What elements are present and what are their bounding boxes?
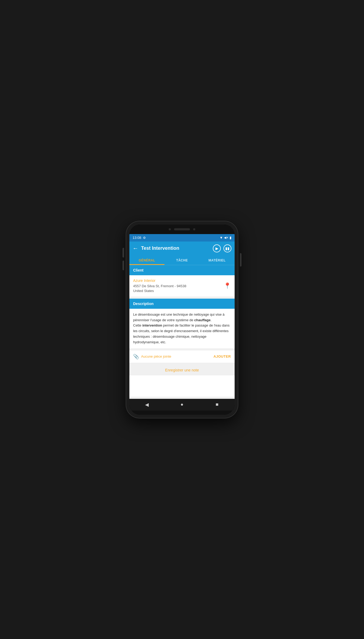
description-text: Le désembouage est une technique de nett… — [133, 312, 231, 345]
signal-icon: ◀✕ — [224, 236, 228, 239]
attachment-bar: 📎 Aucune pièce jointe AJOUTER — [129, 350, 235, 363]
client-header: Client — [129, 265, 235, 275]
client-name[interactable]: Azure Interior — [133, 278, 186, 283]
client-address-line2: United States — [133, 289, 186, 293]
client-header-label: Client — [133, 268, 143, 272]
paperclip-icon: 📎 — [133, 354, 139, 359]
add-attachment-button[interactable]: AJOUTER — [213, 354, 231, 358]
tab-tache[interactable]: TÂCHE — [164, 255, 200, 265]
description-header: Description — [129, 299, 235, 309]
nav-back-button[interactable]: ◀ — [142, 399, 152, 410]
wifi-icon: ▼ — [219, 236, 223, 240]
note-section: Enregistrer une note — [129, 365, 235, 397]
description-body: Le désembouage est une technique de nett… — [129, 309, 235, 348]
settings-icon: ⚙ — [143, 236, 146, 240]
client-body: Azure Interior 4557 De Silva St, Fremont… — [129, 275, 235, 297]
play-icon: ▶ — [215, 246, 218, 251]
bottom-nav: ◀ ● ■ — [129, 399, 235, 411]
app-bar-actions: ▶ ▮▮ — [213, 244, 231, 252]
nav-home-icon: ● — [181, 402, 184, 407]
phone-top-bar — [129, 225, 235, 234]
note-input-area[interactable] — [129, 375, 235, 397]
tab-materiel[interactable]: MATÉRIEL — [200, 255, 235, 265]
tabs-bar: GÉNÉRAL TÂCHE MATÉRIEL — [129, 255, 235, 265]
battery-icon: ▮ — [230, 236, 231, 240]
location-pin-icon[interactable]: 📍 — [224, 282, 231, 289]
client-address-line1: 4557 De Silva St, Fremont - 94538 — [133, 284, 186, 289]
status-bar: 13:08 ⚙ ▼ ◀✕ ▮ — [129, 234, 235, 242]
attachment-left: 📎 Aucune pièce jointe — [133, 354, 171, 359]
status-time: 13:08 — [133, 236, 141, 240]
description-header-label: Description — [133, 302, 154, 306]
pause-button[interactable]: ▮▮ — [223, 244, 231, 252]
nav-back-icon: ◀ — [145, 402, 149, 408]
pause-icon: ▮▮ — [225, 246, 230, 251]
nav-recents-button[interactable]: ■ — [212, 399, 222, 410]
play-button[interactable]: ▶ — [213, 244, 221, 252]
note-placeholder[interactable]: Enregistrer une note — [129, 365, 235, 375]
sensor-dot — [193, 228, 195, 230]
camera-icon — [169, 228, 171, 230]
phone-bottom-bar — [129, 411, 235, 415]
page-title: Test Intervention — [141, 246, 210, 251]
no-attachment-label: Aucune pièce jointe — [141, 354, 171, 358]
tab-general[interactable]: GÉNÉRAL — [129, 255, 164, 265]
speaker-grille — [174, 228, 190, 230]
app-bar: ← Test Intervention ▶ ▮▮ — [129, 242, 235, 255]
nav-home-button[interactable]: ● — [177, 399, 187, 410]
back-button[interactable]: ← — [133, 245, 138, 252]
description-card: Description Le désembouage est une techn… — [129, 299, 235, 348]
client-card: Client Azure Interior 4557 De Silva St, … — [129, 265, 235, 297]
nav-recents-icon: ■ — [216, 402, 219, 407]
content-area: Client Azure Interior 4557 De Silva St, … — [129, 265, 235, 399]
